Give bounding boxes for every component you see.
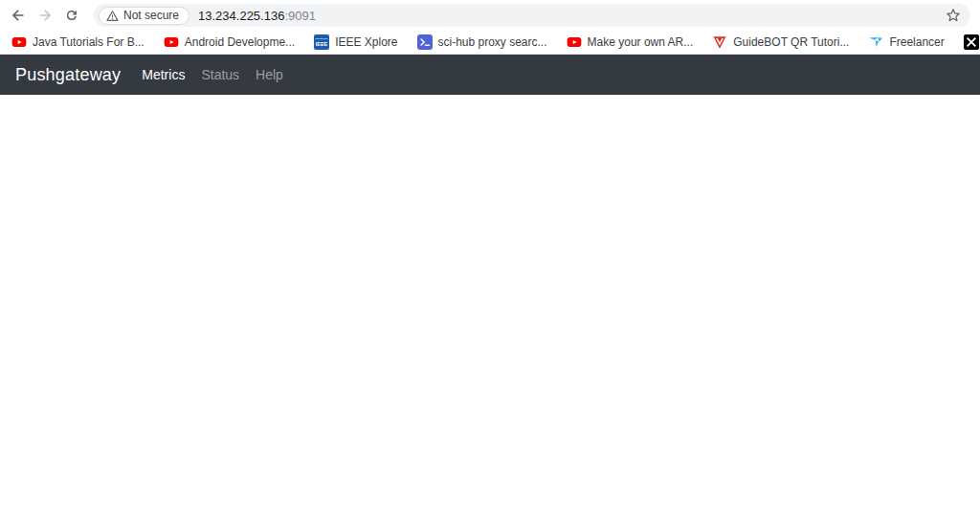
back-button[interactable] — [6, 3, 31, 28]
star-icon — [946, 8, 961, 23]
bookmark-ieee-xplore[interactable]: IEEE IEEE Xplore — [314, 34, 397, 50]
youtube-icon — [567, 34, 582, 50]
bookmark-star-button[interactable] — [944, 6, 963, 25]
nav-link-status[interactable]: Status — [201, 67, 239, 82]
back-arrow-icon — [11, 8, 26, 23]
bookmark-freelancer[interactable]: Freelancer — [868, 34, 944, 50]
bookmark-make-your-own-ar[interactable]: Make your own AR... — [567, 34, 694, 50]
bookmarks-bar: Java Tutorials For B... Android Developm… — [0, 31, 980, 55]
security-label: Not secure — [123, 9, 179, 22]
bookmark-scihub-proxy[interactable]: sci-hub proxy searc... — [417, 34, 547, 50]
bookmark-label: IEEE Xplore — [335, 35, 397, 49]
address-bar[interactable]: Not secure 13.234.225.136:9091 — [94, 4, 970, 27]
red-shield-v-icon — [712, 34, 727, 50]
brand-pushgateway[interactable]: Pushgateway — [15, 65, 121, 85]
url-port: :9091 — [284, 9, 316, 23]
nav-link-help[interactable]: Help — [256, 67, 283, 82]
bookmark-gmail[interactable]: Gmail — [964, 34, 980, 50]
url-host: 13.234.225.136 — [198, 9, 284, 23]
url-text: 13.234.225.136:9091 — [198, 9, 935, 23]
app-navbar: Pushgateway Metrics Status Help — [0, 55, 980, 95]
bookmark-label: GuideBOT QR Tutori... — [733, 35, 849, 49]
security-chip[interactable]: Not secure — [99, 7, 189, 25]
reload-icon — [64, 8, 79, 23]
bookmark-label: Android Developme... — [185, 35, 295, 49]
forward-button[interactable] — [33, 3, 57, 28]
nav-link-metrics[interactable]: Metrics — [142, 67, 185, 82]
bookmark-label: Java Tutorials For B... — [33, 35, 145, 49]
page-content — [0, 95, 980, 516]
reload-button[interactable] — [59, 3, 84, 28]
bookmark-android-development[interactable]: Android Developme... — [164, 34, 295, 50]
bookmark-label: Make your own AR... — [588, 35, 694, 49]
warning-triangle-icon — [106, 10, 119, 22]
freelancer-bird-icon — [868, 34, 883, 50]
youtube-icon — [164, 34, 179, 50]
bookmark-label: sci-hub proxy searc... — [438, 35, 547, 49]
browser-toolbar: Not secure 13.234.225.136:9091 — [0, 0, 980, 31]
bookmark-java-tutorials[interactable]: Java Tutorials For B... — [11, 34, 145, 50]
black-x-icon — [964, 34, 979, 50]
svg-text:IEEE: IEEE — [316, 41, 328, 47]
terminal-icon — [417, 34, 433, 50]
forward-arrow-icon — [37, 8, 53, 23]
bookmark-guidebot-qr[interactable]: GuideBOT QR Tutori... — [712, 34, 849, 50]
bookmark-label: Freelancer — [889, 35, 944, 49]
youtube-icon — [11, 34, 27, 50]
ieee-icon: IEEE — [314, 34, 329, 50]
